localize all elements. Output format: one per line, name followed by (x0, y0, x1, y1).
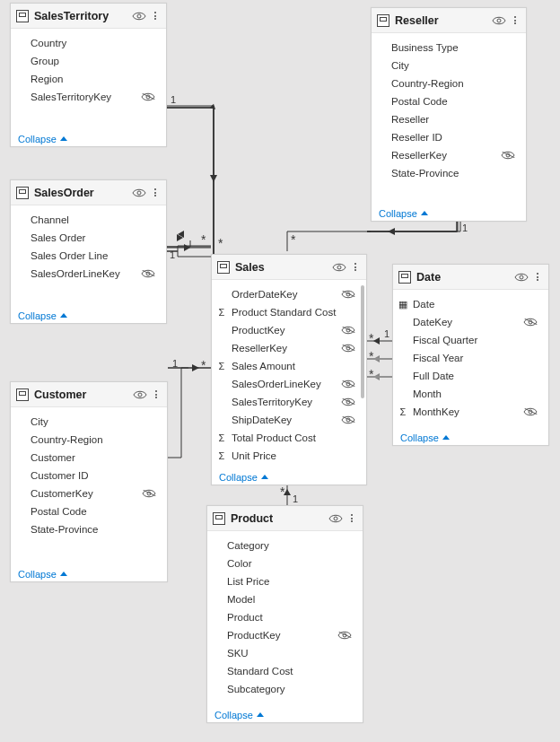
field-row[interactable]: OrderDateKey (212, 285, 366, 303)
collapse-link[interactable]: Collapse (212, 467, 366, 486)
field-row[interactable]: ΣUnit Price (212, 447, 366, 465)
field-row[interactable]: SalesOrderLineKey (212, 375, 366, 393)
field-row[interactable]: Fiscal Year (393, 349, 548, 367)
field-name: Country-Region (391, 78, 519, 89)
visibility-icon[interactable] (133, 389, 147, 400)
scrollbar[interactable] (361, 285, 364, 461)
field-row[interactable]: Fiscal Quarter (393, 331, 548, 349)
more-options-icon[interactable] (350, 260, 361, 275)
field-row[interactable]: SalesTerritoryKey (212, 393, 366, 411)
table-header[interactable]: Reseller (372, 8, 526, 33)
collapse-link[interactable]: Collapse (11, 563, 167, 583)
more-options-icon[interactable] (151, 388, 162, 402)
field-name: ProductKey (227, 630, 334, 641)
visibility-icon[interactable] (328, 513, 343, 524)
table-header[interactable]: SalesTerritory (11, 4, 166, 29)
visibility-icon[interactable] (132, 188, 146, 198)
field-row[interactable]: ΣProduct Standard Cost (212, 303, 366, 321)
field-row[interactable]: Reseller ID (372, 128, 526, 146)
field-row[interactable]: Standard Cost (207, 662, 363, 680)
field-row[interactable]: Group (11, 52, 166, 70)
field-row[interactable]: Sales Order (11, 229, 166, 247)
field-row[interactable]: Customer (11, 449, 167, 467)
field-row[interactable]: Month (393, 385, 548, 403)
field-row[interactable]: Color (207, 554, 363, 572)
field-row[interactable]: Full Date (393, 367, 548, 385)
field-row[interactable]: ΣTotal Product Cost (212, 429, 366, 447)
table-card-date[interactable]: Date▦DateDateKeyFiscal QuarterFiscal Yea… (392, 264, 549, 446)
visibility-icon[interactable] (132, 11, 146, 22)
field-row[interactable]: ResellerKey (212, 339, 366, 357)
table-header[interactable]: SalesOrder (11, 180, 166, 205)
visibility-icon[interactable] (332, 262, 346, 273)
more-options-icon[interactable] (346, 511, 357, 526)
table-card-product[interactable]: ProductCategoryColorList PriceModelProdu… (206, 505, 363, 723)
table-card-reseller[interactable]: ResellerBusiness TypeCityCountry-RegionP… (371, 7, 527, 222)
field-row[interactable]: ΣSales Amount (212, 357, 366, 375)
field-row[interactable]: Category (207, 537, 363, 554)
more-options-icon[interactable] (510, 13, 521, 28)
field-row[interactable]: ▦Date (393, 295, 548, 313)
field-row[interactable]: Model (207, 590, 363, 608)
table-card-salesTerritory[interactable]: SalesTerritoryCountryGroupRegionSalesTer… (10, 3, 167, 147)
field-row[interactable]: ProductKey (207, 626, 363, 644)
field-row[interactable]: Postal Code (11, 502, 167, 520)
collapse-link[interactable]: Collapse (11, 305, 166, 325)
field-row[interactable]: ΣMonthKey (393, 403, 548, 421)
field-row[interactable]: SalesTerritoryKey (11, 88, 166, 106)
more-options-icon[interactable] (532, 270, 543, 284)
field-row[interactable]: Channel (11, 211, 166, 229)
field-name: Reseller ID (391, 132, 519, 143)
field-row[interactable]: Product (207, 608, 363, 626)
table-icon (377, 14, 389, 27)
table-card-customer[interactable]: CustomerCityCountry-RegionCustomerCustom… (10, 381, 168, 582)
table-title: Reseller (395, 14, 488, 27)
field-row[interactable]: ShipDateKey (212, 411, 366, 429)
field-row[interactable]: Country-Region (372, 74, 526, 92)
field-row[interactable]: ResellerKey (372, 146, 526, 164)
table-header[interactable]: Date (393, 265, 548, 290)
model-canvas[interactable]: { "collapse_label": "Collapse", "tables"… (0, 0, 560, 742)
field-row[interactable]: ΣUnit Price Discount Pct (212, 465, 366, 467)
field-name: Customer ID (31, 470, 160, 481)
field-name: Reseller (391, 114, 519, 125)
more-options-icon[interactable] (150, 9, 161, 23)
field-row[interactable]: CustomerKey (11, 484, 167, 502)
field-list: CategoryColorList PriceModelProductProdu… (207, 531, 363, 704)
more-options-icon[interactable] (150, 186, 161, 200)
field-row[interactable]: Subcategory (207, 680, 363, 698)
table-header[interactable]: Product (207, 506, 363, 531)
field-row[interactable]: City (11, 413, 167, 431)
field-row[interactable]: Reseller (372, 110, 526, 128)
table-card-sales[interactable]: SalesOrderDateKeyΣProduct Standard CostP… (211, 254, 367, 485)
field-row[interactable]: Business Type (372, 39, 526, 57)
field-row[interactable]: Sales Order Line (11, 247, 166, 265)
cardinality-star: * (369, 334, 373, 343)
table-header[interactable]: Customer (11, 382, 167, 407)
field-row[interactable]: SKU (207, 644, 363, 662)
field-row[interactable]: Customer ID (11, 467, 167, 484)
table-header[interactable]: Sales (212, 255, 366, 280)
field-name: State-Province (31, 524, 160, 535)
collapse-link[interactable]: Collapse (393, 427, 548, 447)
collapse-link[interactable]: Collapse (207, 704, 363, 724)
field-row[interactable]: City (372, 57, 526, 74)
field-row[interactable]: State-Province (11, 520, 167, 538)
field-row[interactable]: State-Province (372, 164, 526, 182)
field-row[interactable]: ProductKey (212, 321, 366, 339)
table-icon (16, 10, 29, 22)
collapse-link[interactable]: Collapse (11, 128, 166, 148)
collapse-link[interactable]: Collapse (372, 203, 526, 223)
field-name: Region (31, 74, 159, 84)
field-row[interactable]: DateKey (393, 313, 548, 331)
table-icon (398, 271, 411, 284)
field-row[interactable]: SalesOrderLineKey (11, 265, 166, 283)
visibility-icon[interactable] (514, 272, 529, 283)
field-row[interactable]: Country (11, 34, 166, 52)
visibility-icon[interactable] (492, 15, 506, 26)
table-card-salesOrder[interactable]: SalesOrderChannelSales OrderSales Order … (10, 179, 167, 324)
field-row[interactable]: List Price (207, 572, 363, 590)
field-row[interactable]: Region (11, 70, 166, 88)
field-row[interactable]: Country-Region (11, 431, 167, 449)
field-row[interactable]: Postal Code (372, 92, 526, 110)
